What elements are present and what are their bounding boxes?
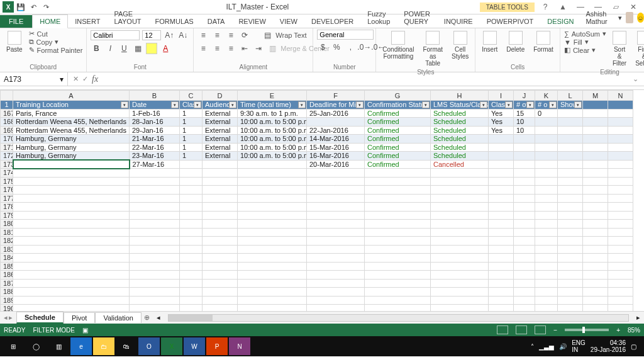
underline-button[interactable]: U (118, 43, 130, 54)
cell[interactable]: External (203, 135, 238, 144)
fill-button[interactable]: ▼Fill▾ (564, 38, 606, 46)
task-view-icon[interactable]: ▥ (48, 337, 69, 355)
cell[interactable]: External (203, 109, 238, 118)
cell[interactable]: 15 (514, 109, 535, 118)
sheet-nav-last-icon[interactable]: ▸ (9, 314, 13, 322)
cell[interactable]: 1 (180, 109, 203, 118)
conditional-formatting-button[interactable]: Conditional Formatting (380, 30, 416, 61)
cancel-formula-icon[interactable]: ✕ (73, 75, 79, 83)
sheet-tab-validation[interactable]: Validation (95, 312, 142, 323)
cell[interactable] (238, 160, 307, 169)
orientation-icon[interactable]: ⟳ (239, 30, 250, 41)
align-top-icon[interactable]: ≡ (197, 30, 209, 41)
cell[interactable] (489, 152, 514, 161)
cell[interactable]: 21-Mar-16 (130, 135, 180, 144)
sheet-tab-pivot[interactable]: Pivot (64, 312, 95, 323)
empty-row[interactable]: 181 (1, 228, 633, 237)
col-header[interactable]: M (583, 91, 608, 101)
font-size-select[interactable] (142, 30, 161, 40)
col-header[interactable]: L (558, 91, 583, 101)
powerpoint-icon[interactable]: P (206, 337, 228, 355)
row-header[interactable]: 174 (1, 169, 13, 178)
cell[interactable]: 0 (535, 109, 558, 118)
empty-row[interactable]: 190 (1, 305, 633, 312)
table-header-cell[interactable]: Shows▾ (558, 101, 583, 110)
table-row[interactable]: 171 Hamburg, Germany 22-Mar-16 1 Externa… (1, 143, 633, 152)
name-box[interactable]: A173▾ (0, 72, 68, 86)
network-icon[interactable]: ▁▃▅ (539, 343, 554, 350)
cell[interactable]: Cancelled (431, 160, 489, 169)
row-header[interactable]: 188 (1, 288, 13, 297)
row-header[interactable]: 167 (1, 109, 13, 118)
expand-formula-bar-icon[interactable]: ⌄ (633, 72, 644, 86)
horizontal-scrollbar[interactable]: ◂ ▸ (153, 314, 644, 322)
filter-dropdown-icon[interactable]: ▾ (194, 101, 201, 108)
cell[interactable]: 20-Mar-2016 (307, 160, 365, 169)
zoom-slider[interactable] (565, 329, 609, 331)
cell[interactable]: 10:00 a.m. to 5:00 p.m. (238, 152, 307, 161)
cell[interactable]: 10:00 a.m. to 5:00 p.m. (238, 143, 307, 152)
cell[interactable]: 23-Mar-16 (130, 152, 180, 161)
col-header[interactable]: C (180, 91, 203, 101)
comma-format-icon[interactable]: , (345, 42, 356, 53)
cell-styles-button[interactable]: Cell Styles (449, 30, 471, 61)
table-header-cell[interactable]: Training Location▾ (13, 101, 130, 110)
cell[interactable]: Yes (489, 118, 514, 127)
cell[interactable]: External (203, 118, 238, 127)
column-headers[interactable]: A B C D E F G H I J K L M N (1, 91, 633, 101)
normal-view-icon[interactable] (497, 325, 508, 334)
cell[interactable]: 27-Mar-16 (130, 160, 180, 169)
cell[interactable]: 14-Mar-2016 (307, 135, 365, 144)
start-button[interactable]: ⊞ (3, 337, 24, 355)
align-middle-icon[interactable]: ≡ (211, 30, 223, 41)
cell[interactable]: 15-Mar-2016 (307, 143, 365, 152)
tab-view[interactable]: VIEW (273, 15, 304, 28)
cell[interactable]: 10:00 a.m. to 5:00 p.m. (238, 126, 307, 135)
undo-icon[interactable]: ↶ (28, 1, 39, 13)
cell[interactable]: Yes (489, 109, 514, 118)
cell[interactable]: 10 (514, 118, 535, 127)
cell[interactable]: 16-Mar-2016 (307, 152, 365, 161)
table-row[interactable]: 169 Rotterdam Weena 455, Netherlands 29-… (1, 126, 633, 135)
cell[interactable]: Scheduled (431, 118, 489, 127)
tab-power-query[interactable]: POWER QUERY (397, 8, 437, 28)
increase-indent-icon[interactable]: ⇥ (253, 43, 264, 54)
cell[interactable]: 9:30 a.m. to 1 p.m. (238, 109, 307, 118)
cut-button[interactable]: ✂Cut (29, 30, 83, 38)
cell[interactable] (535, 126, 558, 135)
number-format-select[interactable] (317, 30, 374, 40)
cell[interactable]: External (203, 143, 238, 152)
cell[interactable]: Hamburg, Germany (13, 152, 130, 161)
empty-row[interactable]: 177 (1, 194, 633, 203)
row-header[interactable]: 184 (1, 254, 13, 263)
cell[interactable]: 1 (180, 143, 203, 152)
cell[interactable]: Confirmed (365, 160, 431, 169)
col-header[interactable]: H (431, 91, 489, 101)
row-header[interactable]: 173 (1, 160, 13, 169)
cell[interactable]: 1 (180, 152, 203, 161)
scroll-left-icon[interactable]: ◂ (157, 314, 160, 322)
tab-powerpivot[interactable]: POWERPIVOT (480, 15, 541, 28)
cell[interactable] (514, 143, 535, 152)
align-bottom-icon[interactable]: ≡ (225, 30, 236, 41)
cell[interactable] (514, 152, 535, 161)
filter-dropdown-icon[interactable]: ▾ (549, 101, 557, 108)
cell[interactable]: Hamburg, Germany (13, 143, 130, 152)
accounting-format-icon[interactable]: $ (317, 42, 328, 53)
wrap-text-button[interactable]: ▤ (262, 30, 273, 41)
zoom-level[interactable]: 85% (628, 327, 640, 334)
filter-dropdown-icon[interactable]: ▾ (422, 101, 430, 108)
file-explorer-icon[interactable]: 🗀 (93, 337, 114, 355)
format-as-table-button[interactable]: Format as Table (420, 30, 445, 68)
table-header-cell[interactable]: Class▾ (180, 101, 203, 110)
word-icon[interactable]: W (184, 337, 205, 355)
cell[interactable]: External (203, 152, 238, 161)
cortana-icon[interactable]: ◯ (25, 337, 47, 355)
col-header[interactable]: D (203, 91, 238, 101)
cell[interactable]: External (203, 126, 238, 135)
cell[interactable]: Confirmed (365, 126, 431, 135)
filter-dropdown-icon[interactable]: ▾ (480, 101, 487, 108)
new-sheet-button[interactable]: ⊕ (142, 314, 153, 322)
table-header-cell[interactable]: Confirmation Status▾ (365, 101, 431, 110)
cell[interactable]: Scheduled (431, 152, 489, 161)
